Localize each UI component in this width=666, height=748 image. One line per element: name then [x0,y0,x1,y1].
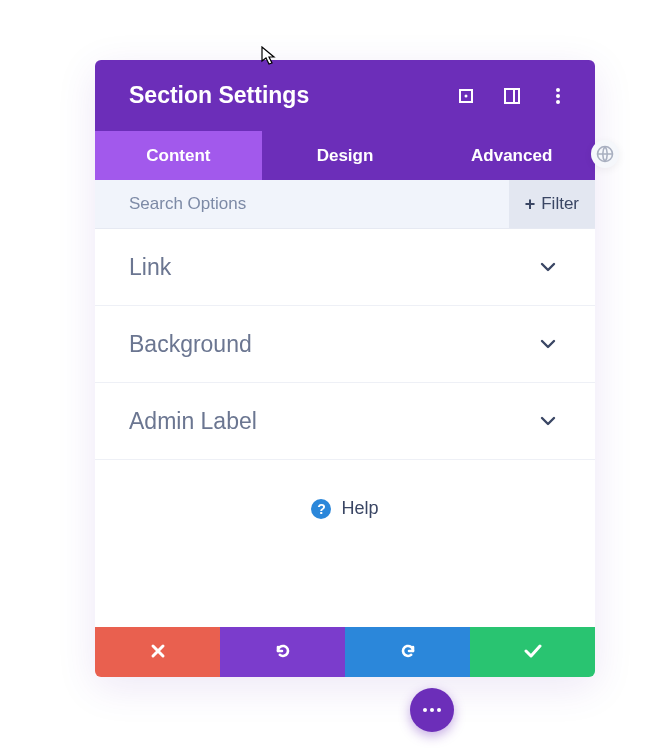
svg-rect-2 [505,89,519,103]
panel-header-link[interactable]: Link [95,229,595,305]
plus-icon: + [525,195,536,213]
chevron-down-icon [539,261,557,273]
tab-bar: Content Design Advanced [95,131,595,180]
check-icon [524,644,542,661]
svg-point-1 [465,94,468,97]
panel-header-background[interactable]: Background [95,306,595,382]
more-options-icon[interactable] [549,87,567,105]
chevron-down-icon [539,338,557,350]
tab-content[interactable]: Content [95,131,262,180]
tab-label: Design [317,146,374,166]
svg-point-6 [556,100,560,104]
expand-icon[interactable] [457,87,475,105]
redo-button[interactable] [345,627,470,677]
panel-title: Background [129,331,539,358]
filter-button[interactable]: + Filter [509,180,595,228]
section-settings-modal: Section Settings Cont [95,60,595,677]
close-icon [150,643,166,662]
help-label: Help [341,498,378,519]
snap-panel-icon[interactable] [503,87,521,105]
svg-point-5 [556,94,560,98]
undo-icon [274,642,292,663]
save-button[interactable] [470,627,595,677]
panel-admin-label: Admin Label [95,383,595,460]
tab-label: Advanced [471,146,552,166]
panel-header-admin-label[interactable]: Admin Label [95,383,595,459]
modal-footer [95,627,595,677]
chevron-down-icon [539,415,557,427]
svg-point-4 [556,88,560,92]
header-actions [457,87,567,105]
floating-action-button[interactable] [410,688,454,732]
cancel-button[interactable] [95,627,220,677]
tab-advanced[interactable]: Advanced [428,131,595,180]
panel-background: Background [95,306,595,383]
panel-title: Admin Label [129,408,539,435]
modal-title: Section Settings [129,82,457,109]
panel-title: Link [129,254,539,281]
panel-link: Link [95,229,595,306]
undo-button[interactable] [220,627,345,677]
ellipsis-icon [423,708,441,712]
redo-icon [399,642,417,663]
tab-design[interactable]: Design [262,131,429,180]
search-input[interactable] [95,180,509,228]
modal-header: Section Settings [95,60,595,131]
tab-label: Content [146,146,210,166]
help-button[interactable]: ? Help [95,460,595,627]
help-icon: ? [311,499,331,519]
filter-label: Filter [541,194,579,214]
search-row: + Filter [95,180,595,229]
globe-icon[interactable] [591,140,619,168]
